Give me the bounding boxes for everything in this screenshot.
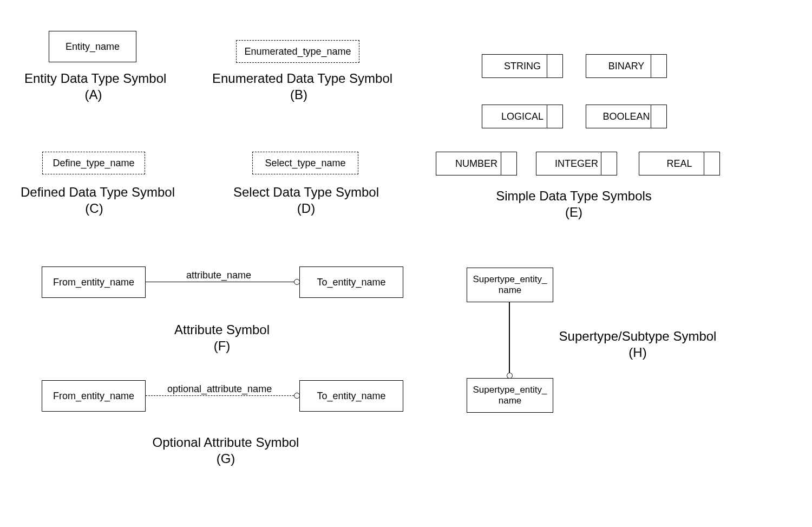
caption-f: Attribute Symbol (F) <box>168 322 276 354</box>
simple-type-binary: BINARY <box>586 54 667 78</box>
optional-attribute-line <box>146 395 294 396</box>
simple-type-string: STRING <box>482 54 563 78</box>
entity-box-label: Entity_name <box>66 41 120 53</box>
simple-type-number: NUMBER <box>436 152 517 175</box>
subtype-box: Supertype_entity_ name <box>467 378 553 413</box>
caption-g: Optional Attribute Symbol (G) <box>150 434 302 467</box>
simple-type-integer: INTEGER <box>536 152 617 175</box>
simple-type-real: REAL <box>639 152 720 175</box>
super-sub-line <box>509 302 510 373</box>
simple-type-logical: LOGICAL <box>482 105 563 128</box>
defined-box: Define_type_name <box>42 152 145 174</box>
select-box-label: Select_type_name <box>265 158 345 169</box>
caption-e: Simple Data Type Symbols (E) <box>493 188 655 220</box>
optional-attribute-edge-label: optional_attribute_name <box>166 383 273 395</box>
defined-box-label: Define_type_name <box>53 158 134 169</box>
caption-b: Enumerated Data Type Symbol (B) <box>212 70 385 103</box>
simple-type-boolean: BOOLEAN <box>586 105 667 128</box>
from-entity-g: From_entity_name <box>42 380 146 412</box>
caption-c: Defined Data Type Symbol (C) <box>21 184 168 217</box>
select-box: Select_type_name <box>252 152 358 174</box>
caption-d: Select Data Type Symbol (D) <box>232 184 381 217</box>
caption-h: Supertype/Subtype Symbol (H) <box>556 328 719 361</box>
to-entity-f: To_entity_name <box>299 266 403 298</box>
entity-box: Entity_name <box>49 31 136 62</box>
diagram-canvas: Entity_name Entity Data Type Symbol (A) … <box>0 0 812 527</box>
enumerated-box: Enumerated_type_name <box>236 40 359 63</box>
supertype-box: Supertype_entity_ name <box>467 268 553 302</box>
from-entity-f: From_entity_name <box>42 266 146 298</box>
enumerated-box-label: Enumerated_type_name <box>244 46 351 57</box>
attribute-edge-label: attribute_name <box>185 270 252 281</box>
to-entity-g: To_entity_name <box>299 380 403 412</box>
caption-a: Entity Data Type Symbol (A) <box>24 70 162 103</box>
attribute-line <box>146 282 294 282</box>
